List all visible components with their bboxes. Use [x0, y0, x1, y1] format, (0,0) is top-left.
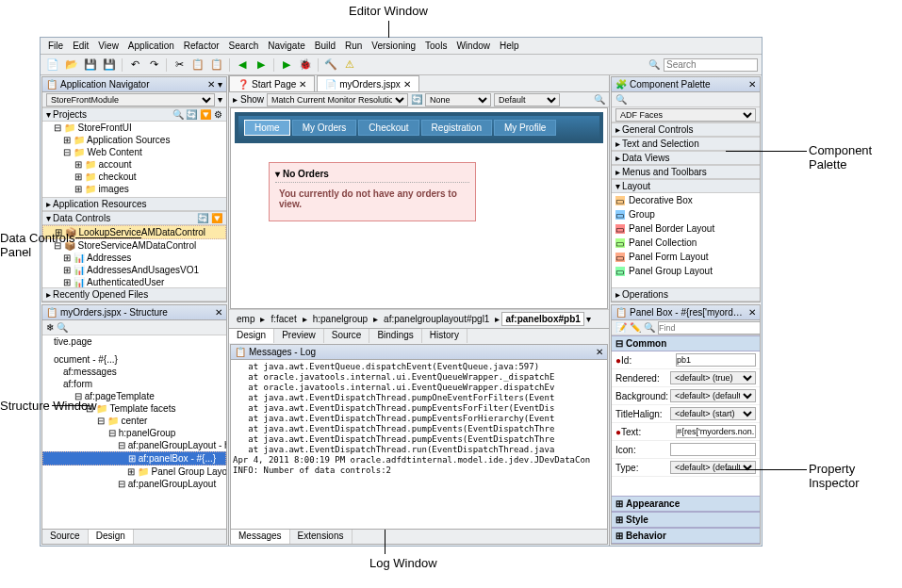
project-dropdown[interactable]: StoreFrontModule: [46, 93, 215, 106]
editor-tab-start[interactable]: ❓Start Page✕: [229, 75, 315, 91]
data-control-item[interactable]: ⊞ 📊 AddressesAndUsagesVO1: [42, 264, 226, 276]
view-tab-design[interactable]: Design: [229, 329, 274, 343]
minimize-icon[interactable]: ▾: [218, 79, 222, 90]
structure-item[interactable]: tive.page: [42, 335, 226, 348]
prop-category-common[interactable]: Common: [626, 338, 666, 349]
breadcrumb-item[interactable]: af:panelbox#pb1: [501, 312, 583, 326]
app-resources-section[interactable]: Application Resources: [53, 199, 147, 209]
menu-help[interactable]: Help: [496, 40, 523, 52]
prop-text[interactable]: [676, 425, 756, 438]
collapse-icon[interactable]: ▾: [275, 169, 280, 179]
menu-application[interactable]: Application: [124, 40, 178, 52]
paste-icon[interactable]: 📋: [208, 57, 225, 73]
close-icon[interactable]: ✕: [207, 79, 215, 90]
prop-type[interactable]: <default> (default): [670, 461, 756, 474]
menu-window[interactable]: Window: [452, 40, 494, 52]
debug-icon[interactable]: 🐞: [297, 57, 314, 73]
structure-item[interactable]: ⊟ af:panelGroupLayout: [42, 478, 226, 490]
prop-rendered[interactable]: <default> (true): [670, 371, 756, 384]
prop-category-appearance[interactable]: Appearance: [626, 498, 680, 509]
menu-build[interactable]: Build: [311, 40, 339, 52]
editor-tab-myorders[interactable]: 📄myOrders.jspx✕: [317, 75, 418, 91]
close-icon[interactable]: ✕: [748, 79, 756, 90]
saveall-icon[interactable]: 💾: [101, 57, 118, 73]
warning-icon[interactable]: ⚠: [341, 57, 358, 73]
close-icon[interactable]: ✕: [299, 79, 306, 90]
structure-item[interactable]: ⊞ 📁 Panel Group Layout facets: [42, 466, 226, 478]
save-icon[interactable]: 💾: [82, 57, 99, 73]
tree-item[interactable]: ⊞ 📁 checkout: [42, 171, 226, 183]
breadcrumb-item[interactable]: af:panelgrouplayout#pgl1: [380, 312, 493, 326]
tree-item[interactable]: ⊟ 📁 StoreFrontUI: [42, 122, 226, 134]
palette-category[interactable]: Layout: [622, 181, 650, 191]
none-dropdown[interactable]: None: [425, 93, 491, 106]
prop-category-style[interactable]: Style: [626, 514, 648, 525]
palette-category[interactable]: Text and Selection: [622, 139, 699, 149]
view-tab-source[interactable]: Source: [324, 329, 370, 343]
palette-category[interactable]: Data Views: [622, 153, 669, 163]
palette-category[interactable]: General Controls: [622, 124, 694, 135]
structure-item[interactable]: ⊟ af:panelGroupLayout - horizontal: [42, 439, 226, 451]
breadcrumb-item[interactable]: f:facet: [267, 312, 300, 326]
cut-icon[interactable]: ✂: [171, 57, 188, 73]
menu-view[interactable]: View: [94, 40, 123, 52]
menu-navigate[interactable]: Navigate: [264, 40, 308, 52]
palette-item[interactable]: ▭Panel Form Layout: [612, 250, 760, 264]
structure-item-selected[interactable]: ⊞ af:panelBox - #{...}: [42, 451, 226, 466]
close-icon[interactable]: ✕: [403, 79, 411, 90]
freeze-icon[interactable]: ❄: [46, 322, 54, 333]
prop-category-behavior[interactable]: Behavior: [626, 531, 666, 541]
default-dropdown[interactable]: Default: [494, 93, 560, 106]
redo-icon[interactable]: ↷: [145, 57, 162, 73]
palette-item[interactable]: ▭Decorative Box: [612, 193, 760, 207]
prop-background[interactable]: <default> (default): [670, 389, 756, 402]
operations-section[interactable]: Operations: [622, 289, 668, 300]
log-tab-extensions[interactable]: Extensions: [290, 530, 353, 544]
run-icon[interactable]: ▶: [278, 57, 295, 73]
data-control-item[interactable]: ⊞ 📊 AuthenticatedUser: [42, 276, 226, 287]
menu-versioning[interactable]: Versioning: [368, 40, 419, 52]
inspector-find[interactable]: [658, 321, 761, 335]
resolution-dropdown[interactable]: Match Current Monitor Resolution: [267, 93, 408, 106]
prop-icon[interactable]: [670, 443, 756, 456]
new-icon[interactable]: 📄: [44, 57, 61, 73]
palette-item[interactable]: ▭Panel Border Layout: [612, 221, 760, 236]
open-icon[interactable]: 📂: [63, 57, 80, 73]
tree-item[interactable]: ⊞ 📁 images: [42, 183, 226, 195]
recent-files-section[interactable]: Recently Opened Files: [53, 289, 148, 300]
palette-dropdown[interactable]: ADF Faces: [615, 108, 756, 122]
palette-item[interactable]: ▭Panel Group Layout: [612, 264, 760, 278]
structure-item[interactable]: af:messages: [42, 366, 226, 378]
data-controls-section[interactable]: Data Controls: [53, 213, 110, 223]
palette-category[interactable]: Menus and Toolbars: [622, 167, 707, 177]
build-icon[interactable]: 🔨: [322, 57, 339, 73]
page-tab-checkout[interactable]: Checkout: [358, 120, 418, 136]
view-tab-bindings[interactable]: Bindings: [369, 329, 421, 343]
tree-item[interactable]: ⊞ 📁 account: [42, 158, 226, 171]
view-tab-preview[interactable]: Preview: [274, 329, 324, 343]
structure-tab-source[interactable]: Source: [42, 530, 89, 544]
menu-file[interactable]: File: [44, 40, 67, 52]
menu-search[interactable]: Search: [225, 40, 263, 52]
prop-id[interactable]: [676, 353, 756, 367]
menu-run[interactable]: Run: [341, 40, 366, 52]
menu-edit[interactable]: Edit: [69, 40, 92, 52]
log-tab-messages[interactable]: Messages: [231, 530, 290, 544]
editor-canvas[interactable]: Home My Orders Checkout Registration My …: [230, 107, 608, 309]
structure-item[interactable]: ⊟ 📁 center: [42, 415, 226, 427]
breadcrumb-item[interactable]: h:panelgroup: [309, 312, 371, 326]
back-icon[interactable]: ◀: [234, 57, 251, 73]
prop-titlehalign[interactable]: <default> (start): [670, 407, 756, 420]
menu-tools[interactable]: Tools: [421, 40, 451, 52]
close-icon[interactable]: ✕: [215, 307, 222, 318]
page-tab-home[interactable]: Home: [244, 120, 290, 136]
page-tab-myprofile[interactable]: My Profile: [494, 120, 556, 136]
projects-section[interactable]: Projects: [53, 109, 87, 120]
dropdown-icon[interactable]: ▾: [218, 94, 222, 105]
copy-icon[interactable]: 📋: [189, 57, 206, 73]
refresh-icon[interactable]: 🔄: [411, 94, 422, 105]
panel-box[interactable]: ▾No Orders You currently do not have any…: [269, 162, 476, 221]
forward-icon[interactable]: ▶: [253, 57, 270, 73]
tree-item[interactable]: ⊟ 📁 Web Content: [42, 146, 226, 158]
page-tab-myorders[interactable]: My Orders: [292, 120, 357, 136]
